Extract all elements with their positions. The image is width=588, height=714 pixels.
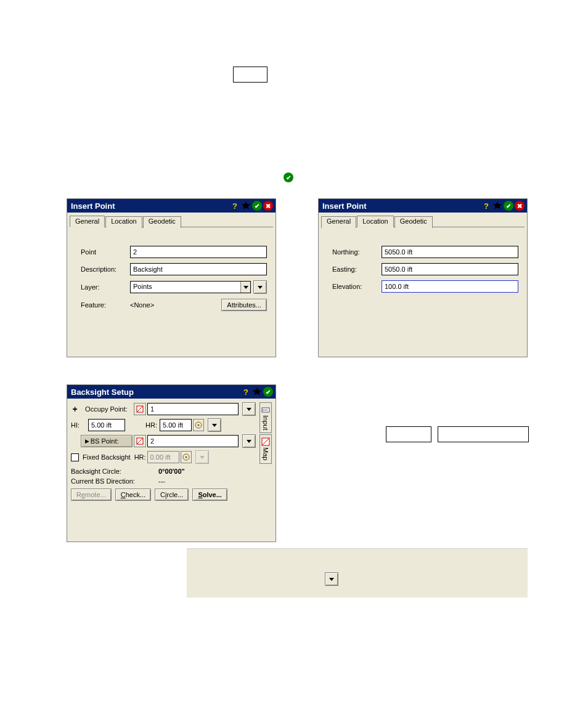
title-text: Backsight Setup <box>71 387 241 397</box>
remote-button: Remote... <box>71 489 112 501</box>
target-icon[interactable] <box>193 419 204 431</box>
hr-dropdown-button[interactable] <box>208 418 221 432</box>
point-label: Point <box>81 248 130 256</box>
tab-geodetic[interactable]: Geodetic <box>394 216 433 228</box>
ok-icon[interactable]: ✔ <box>504 201 513 211</box>
bottom-buttons: Remote... Check... Circle... Solve... <box>71 489 256 501</box>
check-button[interactable]: Check... <box>115 489 151 501</box>
tab-panel-general: Point Description: Layer: Points Feature… <box>70 227 273 328</box>
layer-dropdown-button[interactable] <box>253 280 267 294</box>
insert-point-dialog-general: Insert Point ? ✔ ✖ General Location Geod… <box>67 198 276 357</box>
side-tab-input[interactable]: Input <box>259 402 272 433</box>
mid-panel <box>187 548 528 598</box>
feature-value: <None> <box>130 301 221 309</box>
side-tab-input-label: Input <box>262 415 269 430</box>
circle-button[interactable]: Circle... <box>155 489 189 501</box>
help-icon[interactable]: ? <box>230 201 240 211</box>
elevation-label: Elevation: <box>332 283 382 290</box>
mid-dropdown-button[interactable] <box>325 572 338 586</box>
layer-select-value: Points <box>133 283 152 290</box>
tab-panel-location: Northing: Easting: Elevation: <box>321 227 525 310</box>
title-bar: Insert Point ? ✔ ✖ <box>67 199 276 213</box>
circle-label: Backsight Circle: <box>71 468 157 475</box>
hr-input[interactable] <box>160 419 192 431</box>
svg-point-5 <box>185 456 187 458</box>
direction-label: Current BS Direction: <box>71 477 157 485</box>
hr-label: HR: <box>139 421 157 429</box>
star-icon[interactable] <box>241 201 251 211</box>
insert-point-dialog-location: Insert Point ? ✔ ✖ General Location Geod… <box>318 198 528 357</box>
empty-box-2 <box>438 426 529 442</box>
svg-point-2 <box>198 424 200 426</box>
star-icon[interactable] <box>252 387 262 397</box>
direction-value: --- <box>158 477 165 485</box>
backsight-setup-dialog: Backsight Setup ? ✔ + Occupy Point: HI: … <box>67 384 276 542</box>
hi-input[interactable] <box>88 419 125 431</box>
tab-general[interactable]: General <box>70 216 105 227</box>
side-tab-map-label: Map <box>262 447 269 460</box>
northing-input[interactable] <box>382 246 518 258</box>
title-text: Insert Point <box>322 201 481 211</box>
bs-point-button[interactable]: ▶ BS Point: <box>81 435 133 447</box>
ok-icon[interactable]: ✔ <box>252 201 262 211</box>
help-icon[interactable]: ? <box>241 387 251 397</box>
bs-point-input[interactable] <box>147 435 239 447</box>
occupy-point-input[interactable] <box>147 403 239 415</box>
circle-value: 0°00'00" <box>158 468 185 475</box>
title-bar: Backsight Setup ? ✔ <box>67 385 276 399</box>
hi-label: HI: <box>71 421 87 429</box>
side-tabs: Input Map <box>259 402 272 465</box>
ok-check-icon: ✔ <box>284 172 293 182</box>
close-icon[interactable]: ✖ <box>515 201 525 211</box>
tab-location[interactable]: Location <box>357 216 394 227</box>
tab-general[interactable]: General <box>321 216 356 228</box>
close-icon[interactable]: ✖ <box>263 201 273 211</box>
small-empty-box <box>233 67 267 83</box>
feature-label: Feature: <box>81 301 130 309</box>
solve-button[interactable]: Solve... <box>192 489 227 501</box>
elevation-input[interactable] <box>382 280 518 293</box>
map-pick-icon[interactable] <box>134 403 146 415</box>
fixed-backsight-label: Fixed Backsight <box>83 453 131 461</box>
fixed-backsight-checkbox[interactable] <box>71 453 79 461</box>
fixed-hr-input <box>147 451 179 463</box>
point-input[interactable] <box>130 246 267 258</box>
help-icon[interactable]: ? <box>481 201 491 211</box>
bs-dropdown-button[interactable] <box>242 434 256 448</box>
side-tab-map[interactable]: Map <box>259 434 272 463</box>
easting-label: Easting: <box>332 266 382 273</box>
tab-geodetic[interactable]: Geodetic <box>143 216 181 228</box>
occupy-dropdown-button[interactable] <box>242 402 256 416</box>
attributes-button[interactable]: Attributes... <box>221 299 267 311</box>
description-input[interactable] <box>130 263 267 275</box>
tabs: General Location Geodetic <box>321 215 527 227</box>
bs-point-label: BS Point: <box>91 437 119 445</box>
star-icon[interactable] <box>492 201 502 211</box>
keyboard-icon <box>261 405 270 414</box>
tabs: General Location Geodetic <box>70 215 276 227</box>
occupy-point-label: Occupy Point: <box>83 404 133 414</box>
plus-icon: + <box>71 404 79 414</box>
triangle-right-icon: ▶ <box>85 438 89 444</box>
fixed-hr-label: HR: <box>134 453 146 461</box>
layer-select[interactable]: Points <box>130 281 251 293</box>
description-label: Description: <box>81 266 130 273</box>
layer-label: Layer: <box>81 283 130 291</box>
empty-box-1 <box>386 426 431 442</box>
map-icon <box>261 437 270 446</box>
backsight-body: + Occupy Point: HI: HR: ▶ BS Point: <box>67 399 276 505</box>
title-text: Insert Point <box>71 201 230 211</box>
fixed-hr-dropdown-button <box>195 450 209 464</box>
easting-input[interactable] <box>382 263 518 275</box>
northing-label: Northing: <box>332 248 382 256</box>
title-bar: Insert Point ? ✔ ✖ <box>319 199 527 213</box>
chevron-down-icon <box>240 282 250 293</box>
target-icon[interactable] <box>181 451 192 463</box>
ok-icon[interactable]: ✔ <box>263 387 273 397</box>
tab-location[interactable]: Location <box>105 216 142 228</box>
map-pick-icon[interactable] <box>134 435 146 447</box>
